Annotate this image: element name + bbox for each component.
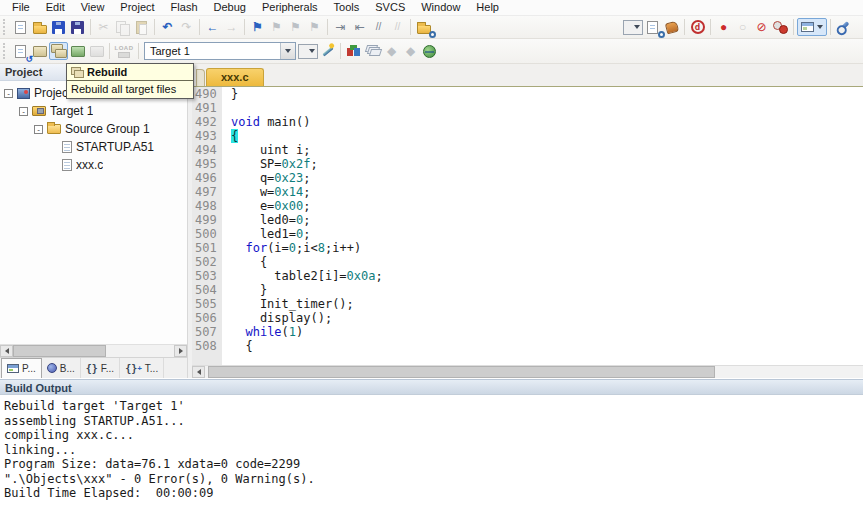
indent-icon[interactable]: ⇥ — [331, 18, 350, 36]
scroll-thumb[interactable] — [208, 366, 715, 378]
download-flash-icon[interactable]: LOAD — [113, 42, 135, 60]
scroll-left-icon[interactable] — [0, 345, 13, 357]
target-dropdown-button[interactable] — [298, 44, 318, 59]
cut-icon[interactable]: ✂ — [94, 18, 113, 36]
menu-peripherals[interactable]: Peripherals — [254, 0, 326, 15]
tree-collapse-icon[interactable]: - — [4, 89, 13, 98]
menu-svcs[interactable]: SVCS — [367, 0, 413, 15]
tree-collapse-icon[interactable]: - — [19, 107, 28, 116]
menu-file[interactable]: File — [4, 0, 38, 15]
workspace-tab-p[interactable]: P... — [1, 358, 42, 378]
editor-horizontal-scrollbar[interactable] — [192, 365, 863, 378]
main-area: Project -Project: xxx-Target 1-Source Gr… — [0, 64, 863, 378]
batch-build-icon[interactable] — [68, 42, 87, 60]
menu-flash[interactable]: Flash — [163, 0, 206, 15]
undo-icon[interactable]: ↶ — [158, 18, 177, 36]
scroll-track[interactable] — [205, 366, 863, 378]
tree-item-source-group-1[interactable]: -Source Group 1 — [0, 120, 187, 138]
clear-bookmarks-icon[interactable]: ⚑ — [305, 18, 324, 36]
menu-edit[interactable]: Edit — [38, 0, 73, 15]
menu-view[interactable]: View — [73, 0, 113, 15]
code-line-502: 502 { — [192, 255, 863, 269]
uncomment-icon[interactable]: // — [388, 18, 407, 36]
tree-collapse-icon[interactable]: - — [34, 125, 43, 134]
bookmark-icon[interactable]: ⚑ — [248, 18, 267, 36]
tree-item-target-1[interactable]: -Target 1 — [0, 102, 187, 120]
start-stop-debug-icon[interactable]: d — [688, 18, 707, 36]
menu-project[interactable]: Project — [112, 0, 162, 15]
tooltip-title-row: Rebuild — [67, 64, 193, 81]
new-file-icon[interactable] — [11, 18, 30, 36]
rebuild-button[interactable] — [49, 42, 68, 60]
editor-pane: xxx.c 490}491492void main()493{494 uint … — [192, 64, 863, 378]
target-select[interactable]: Target 1 — [144, 42, 296, 60]
scroll-thumb[interactable] — [13, 345, 106, 357]
save-all-icon[interactable] — [68, 18, 87, 36]
line-number: 506 — [192, 311, 222, 325]
tab-xxx-c[interactable]: xxx.c — [206, 68, 264, 86]
separator — [684, 19, 685, 35]
tree-item-label: STARTUP.A51 — [76, 140, 154, 154]
code-text: void main() — [222, 115, 310, 129]
scroll-track[interactable] — [13, 345, 174, 357]
options-for-target-icon[interactable] — [318, 42, 337, 60]
window-layout-button[interactable] — [797, 18, 827, 36]
build-output-content[interactable]: Rebuild target 'Target 1'assembling STAR… — [0, 395, 863, 527]
menu-tools[interactable]: Tools — [326, 0, 368, 15]
workspace-tab-f[interactable]: {}F... — [81, 358, 120, 378]
target-select-dropdown-icon[interactable] — [280, 43, 295, 59]
translate-file-icon[interactable]: ↺ — [11, 42, 30, 60]
toolbar-grip[interactable] — [3, 43, 8, 59]
disable-all-breakpoints-icon[interactable]: ⊘ — [752, 18, 771, 36]
tree-item-xxx-c[interactable]: xxx.c — [0, 156, 187, 174]
workspace-tab-label: F... — [101, 363, 114, 374]
scroll-right-icon[interactable] — [174, 345, 187, 357]
menu-bar: File Edit View Project Flash Debug Perip… — [0, 0, 863, 16]
partial-tab[interactable] — [196, 69, 205, 86]
insert-breakpoint-icon[interactable]: ● — [714, 18, 733, 36]
open-file-icon[interactable] — [30, 18, 49, 36]
next-bookmark-icon[interactable]: ⚑ — [267, 18, 286, 36]
paste-icon[interactable] — [132, 18, 151, 36]
line-number: 503 — [192, 269, 222, 283]
pointer-hand-icon[interactable] — [662, 18, 681, 36]
save-icon[interactable] — [49, 18, 68, 36]
tooltip-description: Rebuild all target files — [67, 81, 193, 98]
comment-icon[interactable]: // — [369, 18, 388, 36]
enable-breakpoint-icon[interactable]: ○ — [733, 18, 752, 36]
tree-item-startup-a51[interactable]: STARTUP.A51 — [0, 138, 187, 156]
scroll-left-icon[interactable] — [192, 366, 205, 378]
configure-wrench-icon[interactable] — [834, 18, 853, 36]
workspace-tab-t[interactable]: {}+T... — [120, 358, 164, 378]
navigate-forward-icon[interactable]: → — [222, 18, 241, 36]
multi-project-icon[interactable] — [363, 42, 382, 60]
find-in-files-icon[interactable] — [414, 18, 433, 36]
unindent-icon[interactable]: ⇤ — [350, 18, 369, 36]
rebuild-mini-icon — [71, 67, 83, 77]
code-editor[interactable]: 490}491492void main()493{494 uint i;495 … — [192, 86, 863, 365]
copy-icon[interactable] — [113, 18, 132, 36]
prev-bookmark-icon[interactable]: ⚑ — [286, 18, 305, 36]
build-output-caption[interactable]: Build Output — [0, 379, 863, 395]
build-icon[interactable] — [30, 42, 49, 60]
build-output-panel: Build Output Rebuild target 'Target 1'as… — [0, 378, 863, 527]
navigate-back-icon[interactable]: ← — [203, 18, 222, 36]
menu-debug[interactable]: Debug — [206, 0, 254, 15]
code-line-501: 501 for(i=0;i<8;i++) — [192, 241, 863, 255]
line-number: 493 — [192, 129, 222, 143]
project-items-icon[interactable]: ◆ — [382, 42, 401, 60]
menu-window[interactable]: Window — [413, 0, 468, 15]
document-search-icon[interactable] — [643, 18, 662, 36]
kill-all-breakpoints-icon[interactable] — [771, 18, 790, 36]
redo-icon[interactable]: ↷ — [177, 18, 196, 36]
menu-help[interactable]: Help — [468, 0, 507, 15]
books-icon[interactable] — [420, 42, 439, 60]
code-text: Init_timer(); — [222, 297, 354, 311]
toolbar-dropdown[interactable] — [623, 20, 643, 35]
workspace-tab-b[interactable]: B... — [42, 358, 81, 378]
stop-build-icon[interactable] — [87, 42, 106, 60]
manage-rte-icon[interactable] — [344, 42, 363, 60]
toolbar-grip[interactable] — [3, 19, 8, 35]
project-horizontal-scrollbar[interactable] — [0, 344, 187, 357]
extend-target-icon[interactable]: ◆ — [401, 42, 420, 60]
